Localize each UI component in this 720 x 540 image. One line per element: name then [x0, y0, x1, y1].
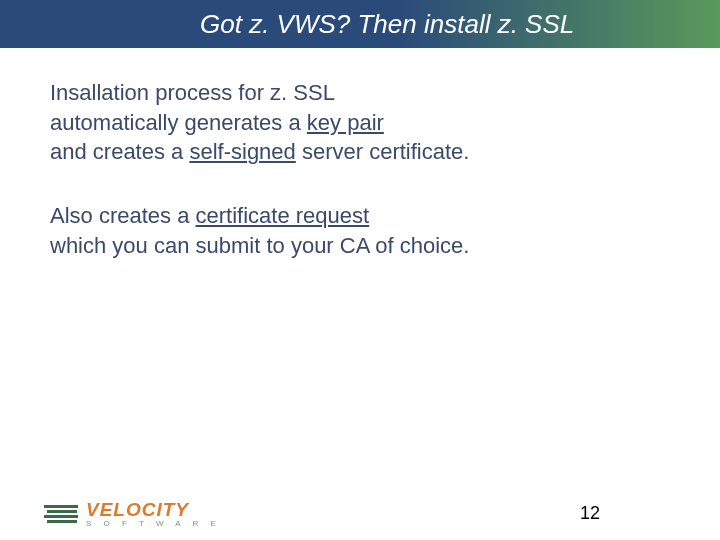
paragraph-2: Also creates a certificate request which… [50, 201, 670, 260]
velocity-logo: VELOCITY S O F T W A R E [44, 500, 221, 528]
paragraph-1: Insallation process for z. SSL automatic… [50, 78, 670, 167]
title-band: Got z. VWS? Then install z. SSL [0, 0, 720, 48]
page-number: 12 [580, 503, 600, 524]
p1-text-pre: Insallation process for z. SSL automatic… [50, 80, 335, 135]
logo-bars-icon [44, 505, 78, 523]
p1-text-mid: and creates a [50, 139, 189, 164]
logo-brand: VELOCITY [86, 500, 221, 519]
p1-keypair: key pair [307, 110, 384, 135]
logo-subbrand: S O F T W A R E [86, 520, 221, 528]
slide-body: Insallation process for z. SSL automatic… [0, 48, 720, 260]
p1-text-post: server certificate. [296, 139, 470, 164]
p2-certreq: certificate request [196, 203, 370, 228]
p2-text-post: which you can submit to your CA of choic… [50, 233, 469, 258]
slide-title: Got z. VWS? Then install z. SSL [200, 9, 574, 40]
slide-footer: VELOCITY S O F T W A R E 12 [0, 474, 720, 530]
p2-text-pre: Also creates a [50, 203, 196, 228]
p1-selfsigned: self-signed [189, 139, 295, 164]
logo-text: VELOCITY S O F T W A R E [86, 500, 221, 528]
